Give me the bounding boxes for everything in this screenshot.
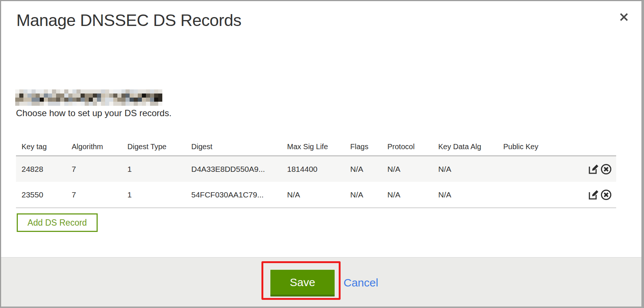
save-highlight-annotation: Save bbox=[261, 261, 341, 300]
cell-algorithm: 7 bbox=[72, 182, 127, 208]
cell-flags: N/A bbox=[350, 156, 387, 182]
col-header-digest-type: Digest Type bbox=[127, 136, 191, 156]
modal-footer: Save bbox=[1, 257, 641, 307]
col-header-max-sig-life: Max Sig Life bbox=[287, 136, 350, 156]
cell-max-sig-life: N/A bbox=[287, 182, 350, 208]
cell-digest: 54FCF030AA1C79... bbox=[191, 182, 287, 208]
cell-flags: N/A bbox=[350, 182, 387, 208]
row-actions bbox=[583, 182, 616, 208]
close-icon[interactable] bbox=[617, 10, 631, 24]
page-title: Manage DNSSEC DS Records bbox=[16, 11, 241, 30]
col-header-digest: Digest bbox=[191, 136, 287, 156]
table-header-row: Key tag Algorithm Digest Type Digest Max… bbox=[16, 136, 616, 156]
edit-record-icon[interactable] bbox=[587, 163, 600, 176]
ds-records-table: Key tag Algorithm Digest Type Digest Max… bbox=[16, 136, 616, 208]
row-actions bbox=[583, 156, 616, 182]
cell-algorithm: 7 bbox=[72, 156, 127, 182]
redacted-domain-name bbox=[15, 89, 162, 106]
col-header-protocol: Protocol bbox=[387, 136, 438, 156]
delete-record-icon[interactable] bbox=[600, 189, 612, 201]
cell-key-tag: 24828 bbox=[16, 156, 72, 182]
dnssec-modal: Manage DNSSEC DS Records Choose how to s… bbox=[0, 0, 644, 308]
cell-public-key bbox=[503, 182, 583, 208]
cell-digest-type: 1 bbox=[127, 182, 191, 208]
intro-text: Choose how to set up your DS records. bbox=[16, 108, 172, 118]
cell-public-key bbox=[503, 156, 583, 182]
cell-key-data-alg: N/A bbox=[438, 156, 503, 182]
cell-digest-type: 1 bbox=[127, 156, 191, 182]
cell-digest: D4A33E8DD550A9... bbox=[191, 156, 287, 182]
cancel-link[interactable]: Cancel bbox=[344, 276, 378, 289]
save-button[interactable]: Save bbox=[270, 270, 335, 296]
edit-record-icon[interactable] bbox=[587, 189, 600, 201]
col-header-key-tag: Key tag bbox=[16, 136, 72, 156]
table-row: 24828 7 1 D4A33E8DD550A9... 1814400 N/A … bbox=[16, 156, 616, 182]
col-header-key-data-alg: Key Data Alg bbox=[438, 136, 503, 156]
add-ds-record-button[interactable]: Add DS Record bbox=[17, 213, 98, 232]
table-row: 23550 7 1 54FCF030AA1C79... N/A N/A N/A … bbox=[16, 182, 616, 208]
cell-key-data-alg: N/A bbox=[438, 182, 503, 208]
col-header-flags: Flags bbox=[350, 136, 387, 156]
delete-record-icon[interactable] bbox=[600, 163, 612, 176]
col-header-public-key: Public Key bbox=[503, 136, 583, 156]
cell-key-tag: 23550 bbox=[16, 182, 72, 208]
col-header-algorithm: Algorithm bbox=[72, 136, 127, 156]
cell-max-sig-life: 1814400 bbox=[287, 156, 350, 182]
cell-protocol: N/A bbox=[387, 156, 438, 182]
cell-protocol: N/A bbox=[387, 182, 438, 208]
col-header-actions bbox=[583, 136, 616, 156]
